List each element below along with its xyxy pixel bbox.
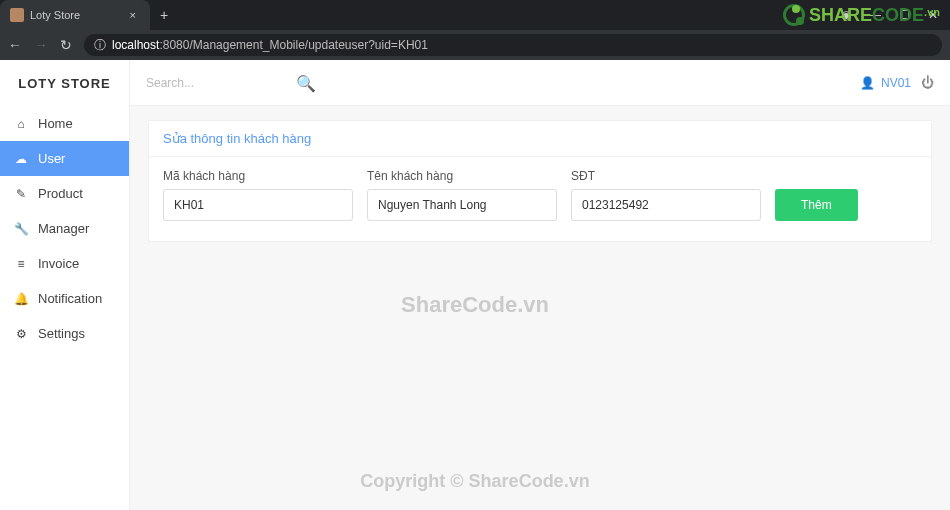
- sidebar-item-product[interactable]: ✎ Product: [0, 176, 129, 211]
- sidebar-item-label: Settings: [38, 326, 85, 341]
- reload-icon[interactable]: ↻: [60, 37, 72, 53]
- sidebar-item-settings[interactable]: ⚙ Settings: [0, 316, 129, 351]
- browser-titlebar: Loty Store × + ◉ — ☐ ✕: [0, 0, 950, 30]
- tab-title: Loty Store: [30, 9, 80, 21]
- label-customer-name: Tên khách hàng: [367, 169, 557, 183]
- brand-logo[interactable]: LOTY STORE: [0, 60, 129, 106]
- url-text: localhost:8080/Management_Mobile/updateu…: [112, 38, 428, 52]
- field-phone: SĐT: [571, 169, 761, 221]
- gears-icon: ⚙: [14, 327, 28, 341]
- input-customer-id[interactable]: [163, 189, 353, 221]
- new-tab-button[interactable]: +: [150, 7, 178, 23]
- search-icon[interactable]: 🔍: [296, 74, 316, 93]
- sidebar-item-label: Invoice: [38, 256, 79, 271]
- sidebar-item-home[interactable]: ⌂ Home: [0, 106, 129, 141]
- tab-close-icon[interactable]: ×: [126, 9, 140, 21]
- sidebar-item-label: User: [38, 151, 65, 166]
- site-info-icon[interactable]: ⓘ: [94, 37, 106, 54]
- sidebar-item-user[interactable]: ☁ User: [0, 141, 129, 176]
- minimize-icon[interactable]: —: [869, 8, 881, 22]
- field-customer-id: Mã khách hàng: [163, 169, 353, 221]
- sidebar-item-invoice[interactable]: ≡ Invoice: [0, 246, 129, 281]
- label-customer-id: Mã khách hàng: [163, 169, 353, 183]
- edit-user-panel: Sửa thông tin khách hàng Mã khách hàng T…: [148, 120, 932, 242]
- label-phone: SĐT: [571, 169, 761, 183]
- user-menu[interactable]: 👤 NV01 ⏻: [860, 75, 934, 90]
- user-name: NV01: [881, 76, 911, 90]
- topbar: 🔍 👤 NV01 ⏻: [130, 60, 950, 106]
- sidebar-item-label: Home: [38, 116, 73, 131]
- edit-icon: ✎: [14, 187, 28, 201]
- sidebar-item-label: Manager: [38, 221, 89, 236]
- tab-favicon: [10, 8, 24, 22]
- maximize-icon[interactable]: ☐: [899, 8, 910, 22]
- power-icon[interactable]: ⏻: [921, 75, 934, 90]
- list-icon: ≡: [14, 257, 28, 271]
- forward-icon[interactable]: →: [34, 37, 48, 53]
- user-avatar-icon: 👤: [860, 76, 875, 90]
- field-customer-name: Tên khách hàng: [367, 169, 557, 221]
- sidebar: LOTY STORE ⌂ Home ☁ User ✎ Product 🔧 Man…: [0, 60, 130, 510]
- sidebar-item-notification[interactable]: 🔔 Notification: [0, 281, 129, 316]
- input-phone[interactable]: [571, 189, 761, 221]
- home-icon: ⌂: [14, 117, 28, 131]
- wrench-icon: 🔧: [14, 222, 28, 236]
- back-icon[interactable]: ←: [8, 37, 22, 53]
- browser-address-bar: ← → ↻ ⓘ localhost:8080/Management_Mobile…: [0, 30, 950, 60]
- input-customer-name[interactable]: [367, 189, 557, 221]
- add-button[interactable]: Thêm: [775, 189, 858, 221]
- sidebar-item-label: Notification: [38, 291, 102, 306]
- sidebar-item-label: Product: [38, 186, 83, 201]
- url-input[interactable]: ⓘ localhost:8080/Management_Mobile/updat…: [84, 34, 942, 56]
- user-icon: ☁: [14, 152, 28, 166]
- search-input[interactable]: [146, 70, 316, 96]
- sidebar-item-manager[interactable]: 🔧 Manager: [0, 211, 129, 246]
- account-icon[interactable]: ◉: [841, 8, 851, 22]
- bell-icon: 🔔: [14, 292, 28, 306]
- panel-title: Sửa thông tin khách hàng: [149, 121, 931, 157]
- window-controls: ◉ — ☐ ✕: [829, 8, 950, 22]
- close-window-icon[interactable]: ✕: [928, 8, 938, 22]
- browser-tab[interactable]: Loty Store ×: [0, 0, 150, 30]
